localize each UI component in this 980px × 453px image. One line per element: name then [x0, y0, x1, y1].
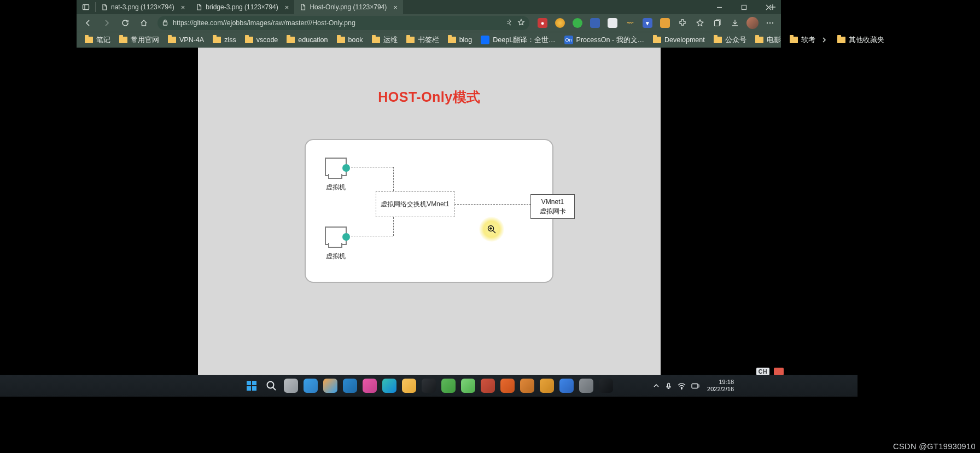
ext-box[interactable]: ▾ — [640, 15, 655, 31]
tab-0[interactable]: nat-3.png (1123×794) × — [96, 0, 190, 14]
tab-2[interactable]: Host-Only.png (1123×794) × — [294, 0, 402, 14]
battery-icon[interactable] — [691, 383, 699, 389]
folder-icon — [714, 37, 722, 43]
other-bookmarks[interactable]: 其他收藏夹 — [833, 33, 888, 47]
taskbar-media[interactable] — [518, 376, 536, 395]
mic-icon[interactable] — [665, 382, 672, 390]
folder-icon — [790, 37, 798, 43]
svg-rect-26 — [692, 384, 698, 388]
vnet-line1: VMnet1 — [541, 198, 564, 206]
ext-globe[interactable] — [552, 15, 568, 31]
bookmark-9[interactable]: blog — [444, 33, 476, 47]
extensions-button[interactable] — [675, 15, 690, 31]
close-icon[interactable]: × — [285, 4, 289, 11]
taskbar-settings[interactable] — [577, 376, 596, 395]
taskbar-chat[interactable] — [459, 376, 477, 395]
bookmark-3[interactable]: zlss — [209, 33, 240, 47]
bookmark-13[interactable]: 公众号 — [710, 33, 750, 47]
downloads-button[interactable] — [727, 15, 743, 31]
taskbar-weixin[interactable] — [439, 376, 458, 395]
tab-1[interactable]: bridge-3.png (1123×794) × — [190, 0, 294, 14]
profile-avatar[interactable] — [745, 15, 760, 31]
taskbar-vpn[interactable] — [479, 376, 497, 395]
app-icon — [343, 379, 357, 393]
vm1-label: 虚拟机 — [326, 183, 346, 192]
collections-button[interactable] — [710, 15, 725, 31]
tab-label: nat-3.png (1123×794) — [111, 3, 174, 11]
ime-indicator: CH — [756, 368, 784, 375]
menu-button[interactable] — [762, 15, 778, 31]
favorites-button[interactable] — [692, 15, 708, 31]
ext-wave[interactable]: 〰 — [622, 15, 638, 31]
ext-blue[interactable] — [587, 15, 603, 31]
ext-orange[interactable] — [657, 15, 673, 31]
host-boundary-box: 虚拟机 虚拟机 虚拟网络交换机VMnet1 — [305, 139, 553, 283]
taskbar-search[interactable] — [262, 376, 281, 395]
back-button[interactable] — [80, 15, 96, 31]
ext-red[interactable]: ● — [535, 15, 550, 31]
bookmark-15[interactable]: 软考 — [786, 33, 819, 47]
bookmark-5[interactable]: education — [283, 33, 331, 47]
wifi-icon[interactable] — [678, 382, 686, 390]
chevron-up-icon[interactable] — [653, 382, 660, 389]
folder-icon — [337, 37, 345, 43]
app-icon — [323, 379, 337, 393]
bookmark-7[interactable]: 运维 — [368, 33, 401, 47]
taskbar-tool[interactable] — [538, 376, 556, 395]
bookmark-11[interactable]: OnProcessOn - 我的文… — [561, 33, 648, 47]
taskbar-terminal[interactable] — [597, 376, 615, 395]
close-button[interactable] — [756, 0, 781, 14]
bookmarks-overflow-button[interactable] — [821, 36, 827, 44]
bookmark-2[interactable]: VPN-4A — [164, 33, 208, 47]
tab-label: bridge-3.png (1123×794) — [206, 3, 278, 11]
bookmark-6[interactable]: book — [333, 33, 367, 47]
taskbar-send[interactable] — [360, 376, 379, 395]
bookmark-label: Development — [664, 36, 705, 44]
bookmark-label: 运维 — [383, 36, 398, 45]
ext-chat[interactable] — [605, 15, 620, 31]
close-icon[interactable]: × — [181, 4, 185, 11]
vm-node-1 — [325, 158, 347, 176]
taskbar-clock[interactable] — [419, 376, 438, 395]
bookmark-10[interactable]: DeepL翻译：全世… — [477, 33, 559, 47]
clock[interactable]: 19:18 2022/2/16 — [707, 379, 734, 392]
app-icon — [382, 379, 396, 393]
app-icon — [284, 379, 298, 393]
home-button[interactable] — [136, 15, 152, 31]
close-icon[interactable]: × — [393, 4, 398, 11]
tab-actions-icon[interactable] — [77, 0, 95, 14]
bookmark-label: education — [298, 36, 328, 44]
page-viewport[interactable]: HOST-Only模式 虚拟机 虚拟机 虚拟网络交换机VMnet1 — [77, 48, 781, 375]
minimize-button[interactable] — [707, 0, 732, 14]
bookmark-12[interactable]: Development — [649, 33, 709, 47]
taskbar-mail[interactable] — [341, 376, 359, 395]
maximize-button[interactable] — [732, 0, 756, 14]
forward-button[interactable] — [98, 15, 115, 31]
refresh-button[interactable] — [117, 15, 133, 31]
taskbar-store[interactable] — [321, 376, 340, 395]
taskbar-explorer[interactable] — [400, 376, 418, 395]
bookmark-14[interactable]: 电影 — [751, 33, 785, 47]
browser-titlebar: nat-3.png (1123×794) × bridge-3.png (112… — [77, 0, 781, 14]
windows-taskbar[interactable]: 19:18 2022/2/16 — [0, 375, 858, 397]
bookmark-4[interactable]: vscode — [241, 33, 282, 47]
taskbar-todo[interactable] — [557, 376, 576, 395]
taskbar-wps[interactable] — [498, 376, 517, 395]
lock-icon — [162, 19, 168, 27]
svg-rect-8 — [164, 22, 167, 25]
ext-green[interactable] — [570, 15, 585, 31]
bookmark-8[interactable]: 书签栏 — [402, 33, 443, 47]
taskbar-widgets[interactable] — [301, 376, 320, 395]
date-text: 2022/2/16 — [707, 386, 734, 393]
favorite-icon[interactable] — [517, 19, 525, 28]
bookmark-1[interactable]: 常用官网 — [115, 33, 163, 47]
taskbar-taskview[interactable] — [282, 376, 300, 395]
address-bar[interactable]: https://gitee.com//ejobbs/images/raw/mas… — [158, 16, 529, 30]
app-icon — [559, 379, 574, 393]
bookmark-label: 软考 — [801, 36, 815, 45]
read-aloud-icon[interactable] — [505, 19, 513, 28]
taskbar-start[interactable] — [242, 376, 261, 395]
taskbar-edge[interactable] — [380, 376, 399, 395]
system-tray[interactable]: 19:18 2022/2/16 — [653, 375, 734, 397]
bookmark-0[interactable]: 笔记 — [81, 33, 114, 47]
